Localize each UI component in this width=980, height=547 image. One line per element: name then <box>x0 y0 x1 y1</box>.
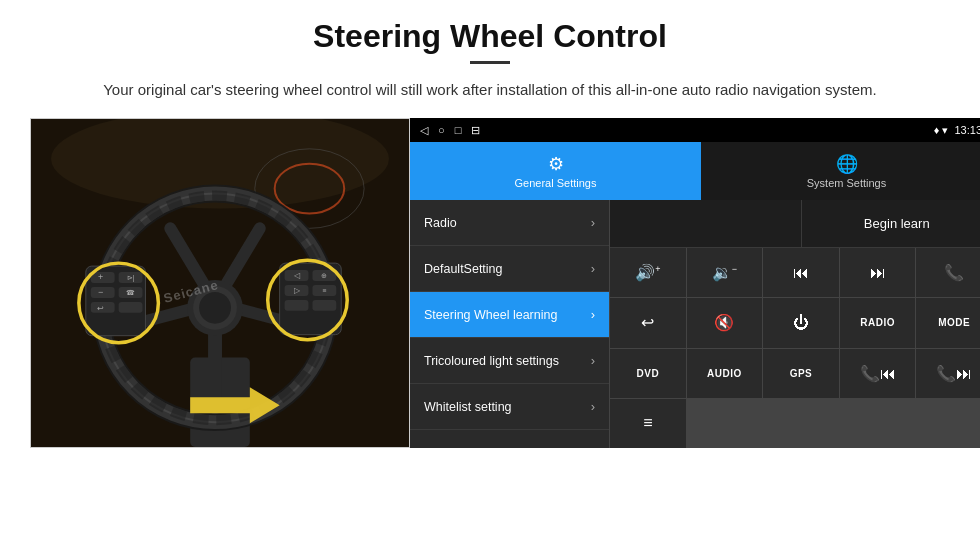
begin-learn-button[interactable]: Begin learn <box>802 200 981 247</box>
chevron-icon: › <box>591 261 595 276</box>
svg-point-16 <box>199 292 231 324</box>
phone-next-button[interactable]: 📞⏭ <box>916 349 980 398</box>
chevron-icon: › <box>591 353 595 368</box>
nav-back-icon[interactable]: ◁ <box>420 124 428 137</box>
chevron-icon: › <box>591 215 595 230</box>
next-track-icon: ⏭ <box>870 264 886 282</box>
menu-item-whitelist[interactable]: Whitelist setting › <box>410 384 609 430</box>
nav-home-icon[interactable]: ○ <box>438 124 445 136</box>
svg-text:⊕: ⊕ <box>321 272 327 279</box>
svg-text:+: + <box>98 272 103 282</box>
clock-display: 13:13 <box>954 124 980 136</box>
nav-recent-icon[interactable]: □ <box>455 124 462 136</box>
page-subtitle: Your original car's steering wheel contr… <box>90 78 890 102</box>
power-icon: ⏻ <box>793 314 809 332</box>
phone-icon: 📞 <box>944 263 964 282</box>
menu-item-radio-label: Radio <box>424 216 591 230</box>
chevron-icon: › <box>591 399 595 414</box>
menu-item-default-setting[interactable]: DefaultSetting › <box>410 246 609 292</box>
vol-up-button[interactable]: 🔊+ <box>610 248 686 297</box>
page-container: Steering Wheel Control Your original car… <box>0 0 980 458</box>
radio-button[interactable]: RADIO <box>840 298 916 347</box>
phone-next-icon: 📞⏭ <box>936 364 972 383</box>
left-menu: Radio › DefaultSetting › Steering Wheel … <box>410 200 610 448</box>
svg-text:−: − <box>98 287 103 297</box>
menu-item-tricoloured[interactable]: Tricoloured light settings › <box>410 338 609 384</box>
menu-item-steering-wheel[interactable]: Steering Wheel learning › <box>410 292 609 338</box>
car-image-container: + − ⊳| ☎ ↩ ◁ ▷ ⊕ ≡ <box>30 118 410 448</box>
chevron-icon: › <box>591 307 595 322</box>
prev-track-icon: ⏮ <box>793 264 809 282</box>
status-bar-nav: ◁ ○ □ ⊟ <box>420 124 480 137</box>
begin-learn-row: Begin learn <box>610 200 980 248</box>
begin-learn-left-space <box>610 200 802 247</box>
menu-item-steering-label: Steering Wheel learning <box>424 308 591 322</box>
hang-up-button[interactable]: ↩ <box>610 298 686 347</box>
next-track-button[interactable]: ⏭ <box>840 248 916 297</box>
tab-general-label: General Settings <box>515 177 597 189</box>
vol-down-icon: 🔉− <box>712 263 737 282</box>
audio-label: AUDIO <box>707 368 742 379</box>
gear-settings-icon: ⚙ <box>548 153 564 175</box>
vol-up-icon: 🔊+ <box>635 263 660 282</box>
svg-rect-35 <box>312 300 336 311</box>
status-bar-indicators: ♦ ▾ 13:13 <box>934 124 980 137</box>
vol-down-button[interactable]: 🔉− <box>687 248 763 297</box>
audio-button[interactable]: AUDIO <box>687 349 763 398</box>
dvd-label: DVD <box>636 368 659 379</box>
menu-item-tricoloured-label: Tricoloured light settings <box>424 354 591 368</box>
prev-track-button[interactable]: ⏮ <box>763 248 839 297</box>
svg-text:◁: ◁ <box>294 271 301 280</box>
tab-system-label: System Settings <box>807 177 886 189</box>
menu-item-whitelist-label: Whitelist setting <box>424 400 591 414</box>
mode-label: MODE <box>938 317 970 328</box>
control-buttons-grid: 🔊+ 🔉− ⏮ ⏭ 📞 <box>610 248 980 448</box>
steering-wheel-svg: + − ⊳| ☎ ↩ ◁ ▷ ⊕ ≡ <box>31 119 409 447</box>
status-bar: ◁ ○ □ ⊟ ♦ ▾ 13:13 <box>410 118 980 142</box>
list-button[interactable]: ≡ <box>610 399 686 448</box>
right-panel: Begin learn 🔊+ 🔉− ⏮ <box>610 200 980 448</box>
mode-button[interactable]: MODE <box>916 298 980 347</box>
gps-label: GPS <box>790 368 813 379</box>
phone-prev-button[interactable]: 📞⏮ <box>840 349 916 398</box>
android-ui: ◁ ○ □ ⊟ ♦ ▾ 13:13 ⚙ General Settings 🌐 <box>410 118 980 448</box>
title-divider <box>470 61 510 64</box>
globe-settings-icon: 🌐 <box>836 153 858 175</box>
mute-button[interactable]: 🔇 <box>687 298 763 347</box>
page-title: Steering Wheel Control <box>30 18 950 55</box>
gps-button[interactable]: GPS <box>763 349 839 398</box>
svg-rect-23 <box>119 302 143 313</box>
svg-text:↩: ↩ <box>97 304 104 313</box>
phone-prev-icon: 📞⏮ <box>860 364 896 383</box>
radio-label: RADIO <box>860 317 895 328</box>
svg-text:⊳|: ⊳| <box>127 274 135 282</box>
nav-more-icon[interactable]: ⊟ <box>471 124 480 137</box>
power-button[interactable]: ⏻ <box>763 298 839 347</box>
gps-indicator-icon: ♦ ▾ <box>934 124 949 137</box>
menu-item-default-label: DefaultSetting <box>424 262 591 276</box>
svg-rect-32 <box>285 300 309 311</box>
list-icon: ≡ <box>643 414 652 432</box>
phone-button[interactable]: 📞 <box>916 248 980 297</box>
svg-text:≡: ≡ <box>322 287 326 294</box>
main-content: Radio › DefaultSetting › Steering Wheel … <box>410 200 980 448</box>
tab-bar: ⚙ General Settings 🌐 System Settings <box>410 142 980 200</box>
tab-general-settings[interactable]: ⚙ General Settings <box>410 142 701 200</box>
svg-text:☎: ☎ <box>126 289 135 296</box>
dvd-button[interactable]: DVD <box>610 349 686 398</box>
tab-system-settings[interactable]: 🌐 System Settings <box>701 142 980 200</box>
svg-text:▷: ▷ <box>294 286 301 295</box>
mute-icon: 🔇 <box>714 313 734 332</box>
content-row: + − ⊳| ☎ ↩ ◁ ▷ ⊕ ≡ <box>30 118 950 448</box>
menu-item-radio[interactable]: Radio › <box>410 200 609 246</box>
hang-up-icon: ↩ <box>641 313 654 332</box>
